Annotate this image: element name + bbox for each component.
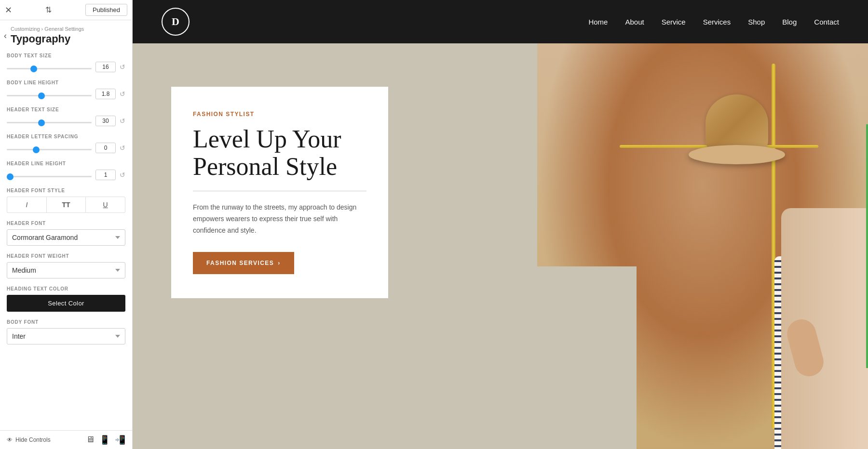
- tablet-view-icon[interactable]: 📱: [99, 435, 110, 445]
- breadcrumb: Customizing › General Settings: [11, 26, 84, 32]
- nav-link-home[interactable]: Home: [588, 18, 608, 26]
- hero-left: FASHION STYLIST Level Up Your Personal S…: [133, 43, 537, 449]
- nav-link-services[interactable]: Services: [703, 18, 731, 26]
- panel-content: BODY TEXT SIZE 16 ↺ BODY LINE HEIGHT 1.8…: [0, 47, 132, 430]
- body-line-height-row: 1.8 ↺: [7, 89, 125, 99]
- header-text-size-row: 30 ↺: [7, 116, 125, 126]
- hide-controls-button[interactable]: 👁 Hide Controls: [7, 436, 51, 443]
- body-line-height-slider-wrap: [7, 90, 92, 98]
- body-line-height-reset-icon[interactable]: ↺: [120, 90, 125, 98]
- panel-header-bar: ✕ ⇅ Published: [0, 0, 132, 20]
- fashion-label: FASHION STYLIST: [193, 111, 366, 118]
- body-text-size-reset-icon[interactable]: ↺: [120, 63, 125, 71]
- panel-footer: 👁 Hide Controls 🖥 📱 📲: [0, 430, 132, 449]
- header-line-height-slider[interactable]: [7, 176, 92, 177]
- back-arrow-icon[interactable]: ‹: [4, 31, 7, 41]
- header-text-size-slider[interactable]: [7, 122, 92, 123]
- hat-rack-scene: [537, 43, 868, 449]
- header-font-style-label: HEADER FONT STYLE: [7, 188, 125, 193]
- person-silhouette: [781, 208, 868, 449]
- eye-icon: 👁: [7, 436, 13, 443]
- site-navigation: D Home About Service Services Shop Blog …: [133, 0, 868, 43]
- body-text-size-slider-wrap: [7, 63, 92, 71]
- italic-button[interactable]: I: [7, 197, 46, 213]
- header-letter-spacing-slider[interactable]: [7, 149, 92, 150]
- header-letter-spacing-input[interactable]: 0: [95, 143, 116, 153]
- header-text-size-input[interactable]: 30: [95, 116, 116, 126]
- desktop-view-icon[interactable]: 🖥: [86, 435, 95, 445]
- header-text-size-slider-wrap: [7, 117, 92, 125]
- header-line-height-group: HEADER LINE HEIGHT 1 ↺: [7, 161, 125, 180]
- hide-controls-label: Hide Controls: [15, 436, 51, 443]
- body-line-height-input[interactable]: 1.8: [95, 89, 116, 99]
- header-letter-spacing-group: HEADER LETTER SPACING 0 ↺: [7, 134, 125, 153]
- close-icon[interactable]: ✕: [5, 5, 12, 15]
- hero-text-card: FASHION STYLIST Level Up Your Personal S…: [171, 87, 388, 298]
- sort-icon[interactable]: ⇅: [45, 5, 52, 14]
- body-font-select[interactable]: Inter: [7, 328, 125, 344]
- beige-overlap: [537, 266, 637, 449]
- header-letter-spacing-slider-wrap: [7, 144, 92, 152]
- nav-link-blog[interactable]: Blog: [782, 18, 797, 26]
- breadcrumb-area: Customizing › General Settings Typograph…: [11, 26, 84, 45]
- header-font-group: HEADER FONT Cormorant Garamond: [7, 221, 125, 246]
- fashion-services-button[interactable]: FASHION SERVICES ›: [193, 252, 294, 274]
- green-accent-bar: [866, 124, 868, 368]
- header-font-select[interactable]: Cormorant Garamond: [7, 229, 125, 246]
- body-text-size-slider[interactable]: [7, 68, 92, 69]
- page-title: Typography: [11, 33, 84, 45]
- underline-button[interactable]: U: [85, 197, 125, 213]
- body-text-size-group: BODY TEXT SIZE 16 ↺: [7, 53, 125, 72]
- hero-section: FASHION STYLIST Level Up Your Personal S…: [133, 43, 868, 449]
- header-line-height-reset-icon[interactable]: ↺: [120, 171, 125, 179]
- hat-crown: [705, 94, 768, 152]
- preview-area: D Home About Service Services Shop Blog …: [133, 0, 868, 449]
- cta-arrow-icon: ›: [278, 260, 280, 266]
- header-text-size-label: HEADER TEXT SIZE: [7, 107, 125, 112]
- header-letter-spacing-label: HEADER LETTER SPACING: [7, 134, 125, 139]
- hat-shape: [689, 92, 785, 164]
- bold-button[interactable]: TT: [46, 197, 86, 213]
- header-line-height-row: 1 ↺: [7, 170, 125, 180]
- heading-text-color-group: HEADING TEXT COLOR Select Color: [7, 286, 125, 312]
- nav-link-about[interactable]: About: [625, 18, 644, 26]
- font-style-row: I TT U: [7, 197, 125, 213]
- header-letter-spacing-reset-icon[interactable]: ↺: [120, 144, 125, 152]
- header-font-weight-select[interactable]: Medium: [7, 262, 125, 278]
- header-text-size-reset-icon[interactable]: ↺: [120, 117, 125, 125]
- header-line-height-label: HEADER LINE HEIGHT: [7, 161, 125, 166]
- hero-divider: [193, 191, 366, 191]
- header-font-label: HEADER FONT: [7, 221, 125, 226]
- mobile-view-icon[interactable]: 📲: [115, 435, 125, 445]
- header-font-weight-group: HEADER FONT WEIGHT Medium: [7, 253, 125, 278]
- body-line-height-group: BODY LINE HEIGHT 1.8 ↺: [7, 80, 125, 99]
- published-button[interactable]: Published: [85, 4, 127, 16]
- heading-text-color-label: HEADING TEXT COLOR: [7, 286, 125, 291]
- header-letter-spacing-row: 0 ↺: [7, 143, 125, 153]
- body-text-size-input[interactable]: 16: [95, 62, 116, 72]
- select-color-button[interactable]: Select Color: [7, 295, 125, 312]
- header-line-height-slider-wrap: [7, 171, 92, 179]
- nav-link-service[interactable]: Service: [662, 18, 686, 26]
- view-icons-group: 🖥 📱 📲: [86, 435, 125, 445]
- nav-link-contact[interactable]: Contact: [814, 18, 839, 26]
- body-line-height-slider[interactable]: [7, 95, 92, 96]
- header-font-style-group: HEADER FONT STYLE I TT U: [7, 188, 125, 213]
- header-line-height-input[interactable]: 1: [95, 170, 116, 180]
- hero-description: From the runway to the streets, my appro…: [193, 202, 366, 236]
- nav-links: Home About Service Services Shop Blog Co…: [588, 18, 839, 26]
- customizer-panel: ✕ ⇅ Published ‹ Customizing › General Se…: [0, 0, 133, 449]
- header-text-size-group: HEADER TEXT SIZE 30 ↺: [7, 107, 125, 126]
- hero-title: Level Up Your Personal Style: [193, 125, 366, 180]
- body-font-label: BODY FONT: [7, 319, 125, 325]
- body-text-size-label: BODY TEXT SIZE: [7, 53, 125, 58]
- body-text-size-row: 16 ↺: [7, 62, 125, 72]
- site-logo: D: [162, 8, 190, 36]
- panel-nav: ‹ Customizing › General Settings Typogra…: [0, 20, 132, 47]
- hero-right: [537, 43, 868, 449]
- person-arm: [784, 316, 827, 379]
- nav-link-shop[interactable]: Shop: [748, 18, 765, 26]
- body-font-group: BODY FONT Inter: [7, 319, 125, 344]
- header-font-weight-label: HEADER FONT WEIGHT: [7, 253, 125, 259]
- hat-brim: [689, 145, 785, 164]
